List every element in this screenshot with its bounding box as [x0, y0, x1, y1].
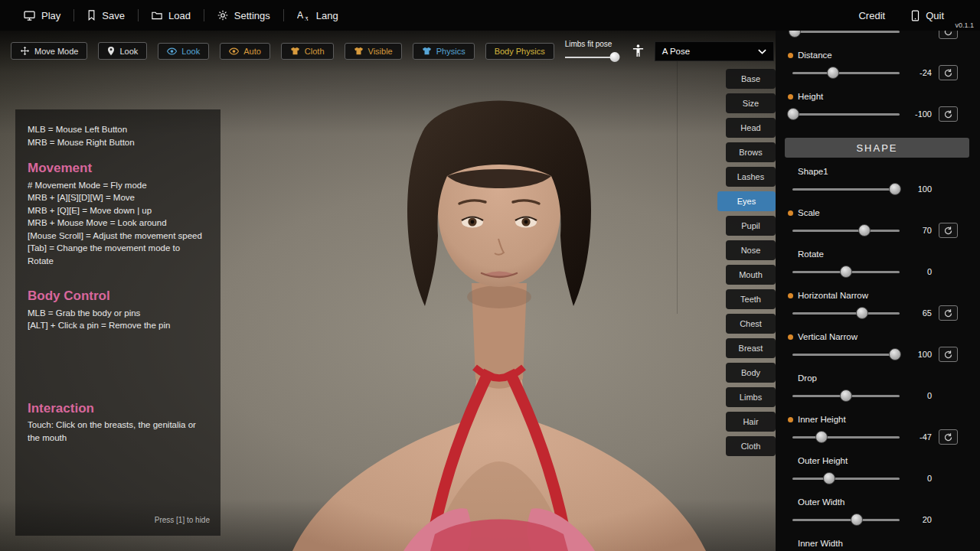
tab-chest[interactable]: Chest	[726, 314, 776, 334]
slider-knob[interactable]	[787, 108, 799, 120]
slider-knob[interactable]	[823, 472, 835, 484]
tab-eyes[interactable]: Eyes	[717, 191, 776, 211]
modified-dot	[788, 293, 793, 298]
slider-track[interactable]	[792, 519, 900, 521]
tab-breast[interactable]: Breast	[726, 338, 776, 358]
help-line: [ALT] + Click a pin = Remove the pin	[28, 319, 208, 332]
limbs-slider-knob[interactable]	[609, 52, 619, 62]
slider-knob[interactable]	[815, 431, 828, 443]
visible-label: Visible	[368, 47, 393, 56]
slider-row	[788, 31, 974, 41]
slider-knob[interactable]	[858, 224, 871, 236]
slider-track[interactable]	[792, 230, 900, 232]
slider-track[interactable]	[792, 31, 900, 33]
cloth-button[interactable]: Cloth	[281, 43, 334, 60]
tab-mouth[interactable]: Mouth	[726, 265, 776, 285]
slider-track[interactable]	[792, 312, 900, 315]
slider-knob[interactable]	[840, 266, 852, 278]
play-label: Play	[41, 10, 60, 21]
tab-limbs[interactable]: Limbs	[726, 387, 776, 407]
lang-label: Lang	[316, 10, 338, 21]
slider-row: 70	[788, 220, 974, 240]
reset-button[interactable]	[939, 106, 958, 122]
gear-icon	[217, 10, 228, 21]
reset-button[interactable]	[939, 65, 958, 80]
lang-button[interactable]: Aʒ Lang	[284, 0, 351, 31]
slider-label: Rotate	[788, 248, 974, 260]
slider-row: 0	[788, 468, 974, 488]
quit-button[interactable]: Quit	[898, 0, 957, 31]
reset-button[interactable]	[939, 31, 958, 39]
pose-selected-label: A Pose	[662, 47, 690, 56]
slider-knob[interactable]	[889, 348, 901, 360]
slider-label: Height	[788, 90, 974, 103]
top-menu-bar: Play Save Load Settings Aʒ	[0, 0, 980, 31]
physics-button[interactable]: Physics	[413, 43, 475, 60]
slider-track[interactable]	[792, 395, 900, 397]
slider-knob[interactable]	[840, 390, 852, 402]
slider-label: Outer Width	[788, 496, 974, 508]
auto-button[interactable]: Auto	[220, 43, 270, 60]
slider-track[interactable]	[792, 354, 900, 356]
reset-button[interactable]	[939, 429, 958, 445]
slider-value: -24	[903, 68, 932, 77]
help-line-mlb: MLB = Mouse Left Button	[28, 123, 208, 136]
load-button[interactable]: Load	[139, 0, 204, 31]
reset-button[interactable]	[939, 305, 958, 321]
limbs-fit-pose-slider[interactable]	[565, 52, 619, 62]
tab-head[interactable]: Head	[726, 118, 776, 138]
physics-label: Physics	[436, 47, 466, 56]
slider-knob[interactable]	[851, 514, 863, 526]
slider-knob[interactable]	[856, 307, 868, 319]
tab-base[interactable]: Base	[726, 69, 776, 89]
tab-nose[interactable]: Nose	[726, 240, 776, 260]
slider-track[interactable]	[792, 188, 900, 191]
tab-size[interactable]: Size	[726, 93, 776, 113]
slider-value: 100	[903, 350, 932, 359]
look-eye-button[interactable]: Look	[158, 43, 209, 60]
body-physics-button[interactable]: Body Physics	[485, 43, 554, 60]
tab-brows[interactable]: Brows	[726, 142, 776, 162]
help-heading-interaction: Interaction	[28, 403, 208, 416]
slider-value: 20	[903, 515, 932, 524]
tab-cloth[interactable]: Cloth	[726, 436, 776, 456]
tab-pupil[interactable]: Pupil	[726, 216, 776, 236]
slider-knob[interactable]	[889, 183, 901, 195]
slider-track[interactable]	[792, 436, 900, 439]
help-panel: MLB = Mouse Left Button MRB = Mouse Righ…	[15, 109, 220, 536]
shirt-visible-icon	[354, 47, 364, 55]
slider-label: Inner Height	[788, 413, 974, 425]
character-model[interactable]	[270, 31, 729, 551]
slider-label: Horizontal Narrow	[788, 289, 974, 302]
tab-hair[interactable]: Hair	[726, 412, 776, 432]
pose-dropdown[interactable]: A Pose	[655, 41, 774, 61]
slider-row: -47	[788, 427, 974, 447]
version-label: v0.1.1	[955, 21, 974, 29]
slider-track[interactable]	[792, 72, 900, 74]
save-button[interactable]: Save	[74, 0, 138, 31]
move-mode-label: Move Mode	[34, 47, 78, 56]
settings-button[interactable]: Settings	[204, 0, 283, 31]
slider-label: Drop	[788, 372, 974, 384]
reset-button[interactable]	[939, 223, 958, 238]
slider-group-shape: Shape1100Scale70Rotate0Horizontal Narrow…	[788, 165, 974, 551]
bookmark-save-icon	[87, 10, 96, 21]
help-section-movement: Movement # Movement Mode = Fly mode MRB …	[28, 162, 208, 267]
credit-button[interactable]: Credit	[845, 0, 898, 31]
play-button[interactable]: Play	[11, 0, 74, 31]
slider-row: 20	[788, 510, 974, 530]
look-pin-button[interactable]: Look	[98, 42, 147, 60]
slider-track[interactable]	[792, 113, 900, 116]
slider-track[interactable]	[792, 478, 900, 480]
tab-teeth[interactable]: Teeth	[726, 289, 776, 309]
slider-knob[interactable]	[789, 31, 801, 37]
slider-knob[interactable]	[827, 67, 839, 79]
help-line: Touch: Click on the breasts, the genital…	[28, 419, 208, 444]
tab-lashes[interactable]: Lashes	[726, 167, 776, 187]
slider-label: Scale	[788, 207, 974, 219]
reset-button[interactable]	[939, 347, 958, 362]
move-mode-button[interactable]: Move Mode	[11, 42, 87, 60]
tab-body[interactable]: Body	[726, 363, 776, 383]
slider-track[interactable]	[792, 271, 900, 273]
visible-button[interactable]: Visible	[345, 43, 402, 60]
